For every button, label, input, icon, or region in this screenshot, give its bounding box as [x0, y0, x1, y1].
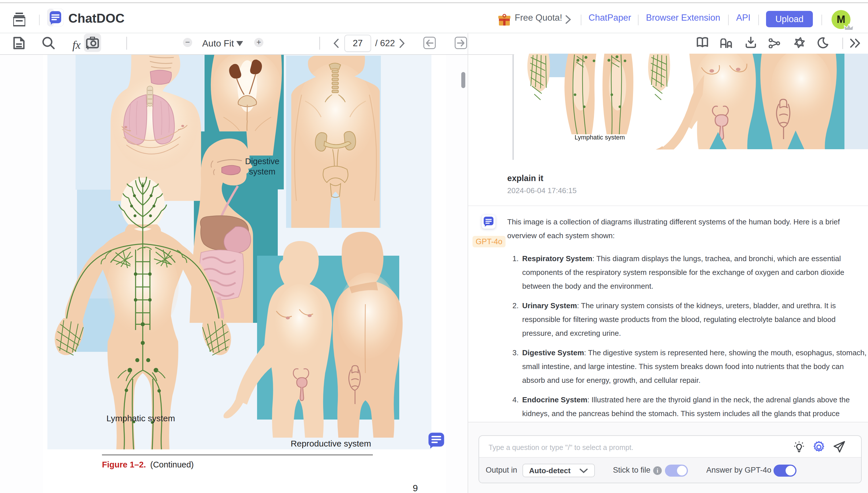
svg-text:i: i — [657, 468, 658, 474]
svg-text:Figure 1–2.: Figure 1–2. — [102, 460, 146, 469]
svg-text:9: 9 — [413, 483, 418, 493]
svg-text:(Continued): (Continued) — [150, 460, 194, 469]
svg-text:Digestive: Digestive — [245, 157, 279, 166]
svg-text:system: system — [249, 167, 275, 176]
svg-text:Reproductive system: Reproductive system — [291, 439, 371, 448]
svg-text:Lymphatic system: Lymphatic system — [107, 413, 175, 423]
svg-text:Lymphatic system: Lymphatic system — [575, 134, 625, 141]
